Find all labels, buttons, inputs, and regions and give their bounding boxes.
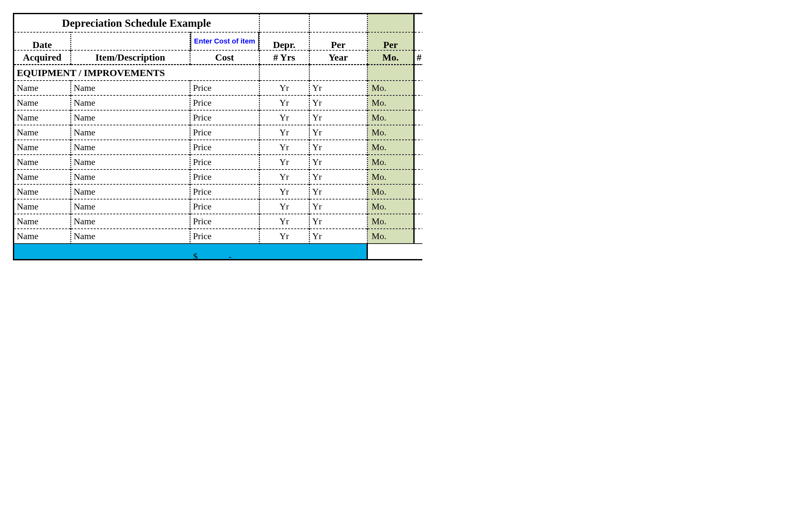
cell-year[interactable]: Yr xyxy=(309,95,367,110)
cell-mo[interactable]: Mo. xyxy=(367,170,414,184)
cell-tail[interactable] xyxy=(414,184,422,199)
header-cost: Cost xyxy=(190,50,259,64)
totals-blank-2 xyxy=(71,244,190,259)
table-row[interactable]: NameNamePriceYrYrMo. xyxy=(14,170,422,184)
cell-cost[interactable]: Price xyxy=(190,155,259,170)
cell-item[interactable]: Name xyxy=(71,125,190,140)
table-row[interactable]: NameNamePriceYrYrMo. xyxy=(14,110,422,125)
cell-year[interactable]: Yr xyxy=(309,110,367,125)
table-row[interactable]: NameNamePriceYrYrMo. xyxy=(14,80,422,95)
cell-item[interactable]: Name xyxy=(71,214,190,229)
cell-depr[interactable]: Yr xyxy=(259,140,309,155)
cell-depr[interactable]: Yr xyxy=(259,229,309,244)
cell-cost[interactable]: Price xyxy=(190,199,259,214)
cell-tail[interactable] xyxy=(414,95,422,110)
cell-tail[interactable] xyxy=(414,170,422,184)
cell-year[interactable]: Yr xyxy=(309,199,367,214)
cell-cost[interactable]: Price xyxy=(190,184,259,199)
cell-tail[interactable] xyxy=(414,229,422,244)
cell-date[interactable]: Name xyxy=(14,125,71,140)
cell-depr[interactable]: Yr xyxy=(259,155,309,170)
cell-item[interactable]: Name xyxy=(71,110,190,125)
cell-year[interactable]: Yr xyxy=(309,170,367,184)
cell-mo[interactable]: Mo. xyxy=(367,184,414,199)
cell-year[interactable]: Yr xyxy=(309,155,367,170)
cell-mo[interactable]: Mo. xyxy=(367,95,414,110)
cell-year[interactable]: Yr xyxy=(309,125,367,140)
header-row-1: Date Enter Cost of item Depr. Per Per xyxy=(14,32,422,50)
cell-cost[interactable]: Price xyxy=(190,214,259,229)
cell-item[interactable]: Name xyxy=(71,229,190,244)
cell-item[interactable]: Name xyxy=(71,199,190,214)
section-blank-1 xyxy=(259,64,309,80)
cell-depr[interactable]: Yr xyxy=(259,95,309,110)
cell-item[interactable]: Name xyxy=(71,155,190,170)
cell-date[interactable]: Name xyxy=(14,155,71,170)
cell-mo[interactable]: Mo. xyxy=(367,140,414,155)
header-permo-bottom: Mo. xyxy=(367,50,414,64)
cell-year[interactable]: Yr xyxy=(309,140,367,155)
cell-tail[interactable] xyxy=(414,125,422,140)
table-row[interactable]: NameNamePriceYrYrMo. xyxy=(14,184,422,199)
table-row[interactable]: NameNamePriceYrYrMo. xyxy=(14,125,422,140)
cell-date[interactable]: Name xyxy=(14,140,71,155)
cell-date[interactable]: Name xyxy=(14,199,71,214)
cell-year[interactable]: Yr xyxy=(309,184,367,199)
table-row[interactable]: NameNamePriceYrYrMo. xyxy=(14,155,422,170)
header-per-bottom: Year xyxy=(309,50,367,64)
cell-cost[interactable]: Price xyxy=(190,110,259,125)
cell-date[interactable]: Name xyxy=(14,170,71,184)
cell-cost[interactable]: Price xyxy=(190,95,259,110)
header-tail-hash: # xyxy=(414,50,422,64)
cell-item[interactable]: Name xyxy=(71,80,190,95)
cell-tail[interactable] xyxy=(414,199,422,214)
cell-date[interactable]: Name xyxy=(14,95,71,110)
cell-tail[interactable] xyxy=(414,140,422,155)
table-row[interactable]: NameNamePriceYrYrMo. xyxy=(14,95,422,110)
cell-date[interactable]: Name xyxy=(14,110,71,125)
header-per-top: Per xyxy=(309,32,367,50)
cell-cost[interactable]: Price xyxy=(190,80,259,95)
cell-cost[interactable]: Price xyxy=(190,125,259,140)
cell-tail[interactable] xyxy=(414,110,422,125)
cell-item[interactable]: Name xyxy=(71,140,190,155)
cell-mo[interactable]: Mo. xyxy=(367,80,414,95)
cell-mo[interactable]: Mo. xyxy=(367,229,414,244)
table-row[interactable]: NameNamePriceYrYrMo. xyxy=(14,214,422,229)
cell-mo[interactable]: Mo. xyxy=(367,199,414,214)
cell-date[interactable]: Name xyxy=(14,229,71,244)
cell-date[interactable]: Name xyxy=(14,184,71,199)
header-date-bottom: Acquired xyxy=(14,50,71,64)
cell-cost[interactable]: Price xyxy=(190,170,259,184)
cell-depr[interactable]: Yr xyxy=(259,199,309,214)
cell-depr[interactable]: Yr xyxy=(259,214,309,229)
table-row[interactable]: NameNamePriceYrYrMo. xyxy=(14,140,422,155)
cell-mo[interactable]: Mo. xyxy=(367,214,414,229)
cell-tail[interactable] xyxy=(414,155,422,170)
cell-tail[interactable] xyxy=(414,80,422,95)
cell-item[interactable]: Name xyxy=(71,95,190,110)
totals-blank-3 xyxy=(259,244,309,259)
cell-year[interactable]: Yr xyxy=(309,80,367,95)
cell-depr[interactable]: Yr xyxy=(259,110,309,125)
cell-mo[interactable]: Mo. xyxy=(367,110,414,125)
cell-item[interactable]: Name xyxy=(71,170,190,184)
cell-date[interactable]: Name xyxy=(14,80,71,95)
cell-depr[interactable]: Yr xyxy=(259,170,309,184)
cell-depr[interactable]: Yr xyxy=(259,80,309,95)
cell-year[interactable]: Yr xyxy=(309,229,367,244)
totals-blank-1 xyxy=(14,244,71,259)
cell-mo[interactable]: Mo. xyxy=(367,155,414,170)
table-row[interactable]: NameNamePriceYrYrMo. xyxy=(14,229,422,244)
cell-cost[interactable]: Price xyxy=(190,229,259,244)
cell-date[interactable]: Name xyxy=(14,214,71,229)
cell-cost[interactable]: Price xyxy=(190,140,259,155)
cell-mo[interactable]: Mo. xyxy=(367,125,414,140)
cell-depr[interactable]: Yr xyxy=(259,125,309,140)
cell-tail[interactable] xyxy=(414,214,422,229)
cell-year[interactable]: Yr xyxy=(309,214,367,229)
cell-item[interactable]: Name xyxy=(71,184,190,199)
cost-note-box: Enter Cost of item xyxy=(190,32,259,50)
cell-depr[interactable]: Yr xyxy=(259,184,309,199)
table-row[interactable]: NameNamePriceYrYrMo. xyxy=(14,199,422,214)
